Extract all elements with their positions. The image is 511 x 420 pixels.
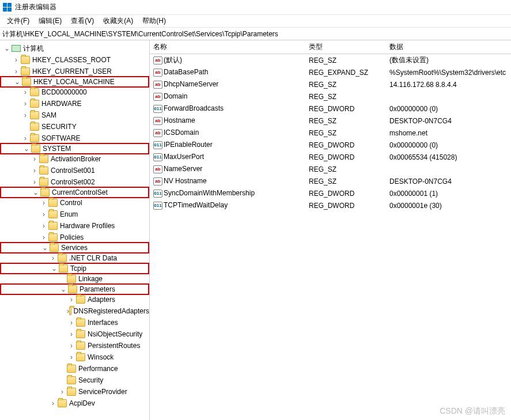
chevron-right-icon[interactable]: › bbox=[21, 100, 30, 108]
chevron-right-icon[interactable]: › bbox=[58, 388, 67, 396]
value-row[interactable]: 011SyncDomainWithMembershipREG_DWORD0x00… bbox=[150, 187, 511, 199]
tree-hkcr[interactable]: ›HKEY_CLASSES_ROOT bbox=[0, 54, 149, 66]
chevron-right-icon[interactable]: › bbox=[39, 199, 48, 207]
tree-label: Policies bbox=[60, 233, 84, 241]
chevron-right-icon[interactable]: › bbox=[67, 342, 76, 350]
tree-nsi[interactable]: ›NsiObjectSecurity bbox=[0, 328, 149, 340]
chevron-right-icon[interactable]: › bbox=[48, 254, 58, 262]
chevron-right-icon[interactable]: › bbox=[12, 56, 21, 64]
value-row[interactable]: abDataBasePathREG_EXPAND_SZ%SystemRoot%\… bbox=[150, 66, 511, 78]
value-row[interactable]: 011MaxUserPortREG_DWORD0x00065534 (41502… bbox=[150, 151, 511, 163]
tree-hwprofiles[interactable]: ›Hardware Profiles bbox=[0, 220, 149, 232]
tree-label: Winsock bbox=[88, 353, 113, 361]
tree-persistentroutes[interactable]: ›PersistentRoutes bbox=[0, 340, 149, 351]
chevron-right-icon[interactable]: › bbox=[48, 399, 58, 407]
tree-parameters[interactable]: ⌄Parameters bbox=[0, 283, 149, 295]
chevron-down-icon[interactable]: ⌄ bbox=[59, 285, 68, 293]
chevron-right-icon[interactable]: › bbox=[39, 222, 48, 230]
tree-activationbroker[interactable]: ›ActivationBroker bbox=[0, 153, 149, 165]
col-type[interactable]: 类型 bbox=[305, 42, 386, 52]
chevron-right-icon[interactable]: › bbox=[67, 330, 76, 338]
menu-edit[interactable]: 编辑(E) bbox=[34, 16, 66, 26]
tree-enum[interactable]: ›Enum bbox=[0, 209, 149, 220]
tree-dnsreg[interactable]: ›DNSRegisteredAdapters bbox=[0, 305, 149, 317]
tree-ccs[interactable]: ⌄CurrentControlSet bbox=[0, 187, 149, 198]
tree-tcpip[interactable]: ⌄Tcpip bbox=[0, 263, 149, 274]
tree-sam[interactable]: ›SAM bbox=[0, 109, 149, 121]
chevron-right-icon[interactable]: › bbox=[67, 319, 76, 327]
tree-adapters[interactable]: ›Adapters bbox=[0, 294, 149, 305]
chevron-down-icon[interactable]: ⌄ bbox=[31, 188, 40, 196]
chevron-right-icon[interactable]: › bbox=[39, 233, 48, 241]
binary-value-icon: 011 bbox=[153, 105, 162, 113]
address-bar[interactable]: 计算机\HKEY_LOCAL_MACHINE\SYSTEM\CurrentCon… bbox=[0, 28, 511, 40]
chevron-right-icon[interactable]: › bbox=[12, 67, 21, 75]
value-row[interactable]: abNameServerREG_SZ bbox=[150, 163, 511, 175]
tree-performance[interactable]: Performance bbox=[0, 363, 149, 374]
chevron-down-icon[interactable]: ⌄ bbox=[2, 44, 12, 52]
value-type: REG_EXPAND_SZ bbox=[305, 69, 386, 77]
menu-help[interactable]: 帮助(H) bbox=[138, 16, 171, 26]
value-name: (默认) bbox=[164, 56, 182, 64]
tree-hardware[interactable]: ›HARDWARE bbox=[0, 98, 149, 109]
value-type: REG_SZ bbox=[305, 129, 386, 137]
value-row[interactable]: abHostnameREG_SZDESKTOP-0N7CG4 bbox=[150, 115, 511, 127]
tree-acpidev[interactable]: ›AcpiDev bbox=[0, 398, 149, 409]
chevron-down-icon[interactable]: ⌄ bbox=[22, 145, 31, 153]
chevron-down-icon[interactable]: ⌄ bbox=[50, 264, 59, 273]
value-row[interactable]: abICSDomainREG_SZmshome.net bbox=[150, 127, 511, 139]
value-row[interactable]: 011ForwardBroadcastsREG_DWORD0x00000000 … bbox=[150, 103, 511, 115]
folder-icon bbox=[39, 167, 48, 175]
tree-cs001[interactable]: ›ControlSet001 bbox=[0, 165, 149, 176]
col-name[interactable]: 名称 bbox=[150, 42, 305, 52]
folder-icon bbox=[67, 388, 76, 396]
menu-favorites[interactable]: 收藏夹(A) bbox=[99, 16, 138, 26]
menu-file[interactable]: 文件(F) bbox=[2, 16, 34, 26]
folder-icon bbox=[40, 188, 50, 196]
chevron-right-icon[interactable]: › bbox=[30, 167, 39, 175]
tree-policies[interactable]: ›Policies bbox=[0, 232, 149, 243]
tree-serviceprovider[interactable]: ›ServiceProvider bbox=[0, 386, 149, 398]
value-row[interactable]: abNV HostnameREG_SZDESKTOP-0N7CG4 bbox=[150, 175, 511, 187]
tree-cs002[interactable]: ›ControlSet002 bbox=[0, 176, 149, 188]
chevron-right-icon[interactable]: › bbox=[21, 111, 30, 119]
tree-security-k[interactable]: Security bbox=[0, 374, 149, 386]
tree-services[interactable]: ⌄Services bbox=[0, 242, 149, 253]
tree-hkcu[interactable]: ›HKEY_CURRENT_USER bbox=[0, 66, 149, 77]
string-value-icon: ab bbox=[153, 81, 162, 89]
tree-interfaces[interactable]: ›Interfaces bbox=[0, 317, 149, 328]
folder-icon bbox=[21, 67, 30, 75]
tree-root[interactable]: ⌄ 计算机 bbox=[0, 43, 149, 54]
chevron-down-icon[interactable]: ⌄ bbox=[40, 244, 50, 252]
value-row[interactable]: ab(默认)REG_SZ(数值未设置) bbox=[150, 54, 511, 66]
tree-bcd[interactable]: ›BCD00000000 bbox=[0, 86, 149, 98]
tree-hklm[interactable]: ⌄HKEY_LOCAL_MACHINE bbox=[0, 76, 149, 88]
folder-icon bbox=[39, 155, 48, 163]
value-row[interactable]: abDhcpNameServerREG_SZ14.116.172.68 8.8.… bbox=[150, 78, 511, 90]
menubar: 文件(F) 编辑(E) 查看(V) 收藏夹(A) 帮助(H) bbox=[0, 15, 511, 28]
chevron-right-icon[interactable]: › bbox=[21, 88, 30, 96]
chevron-right-icon[interactable]: › bbox=[39, 210, 48, 218]
chevron-right-icon[interactable]: › bbox=[67, 353, 76, 361]
value-name: DataBasePath bbox=[164, 68, 208, 76]
tree-control[interactable]: ›Control bbox=[0, 197, 149, 209]
value-row[interactable]: 011TCPTimedWaitDelayREG_DWORD0x0000001e … bbox=[150, 199, 511, 211]
value-data: 0x00000000 (0) bbox=[386, 141, 511, 149]
tree-netclr[interactable]: ›.NET CLR Data bbox=[0, 252, 149, 264]
col-data[interactable]: 数据 bbox=[386, 42, 511, 52]
value-row[interactable]: abDomainREG_SZ bbox=[150, 90, 511, 103]
tree-security[interactable]: SECURITY bbox=[0, 121, 149, 133]
chevron-right-icon[interactable]: › bbox=[21, 134, 30, 142]
chevron-down-icon[interactable]: ⌄ bbox=[13, 78, 22, 86]
value-data: DESKTOP-0N7CG4 bbox=[386, 177, 511, 186]
tree-label: HKEY_CURRENT_USER bbox=[32, 67, 112, 75]
chevron-right-icon[interactable]: › bbox=[30, 178, 39, 186]
chevron-right-icon[interactable]: › bbox=[67, 296, 76, 304]
tree-system[interactable]: ⌄SYSTEM bbox=[0, 143, 149, 154]
chevron-right-icon[interactable]: › bbox=[30, 155, 39, 163]
tree-software[interactable]: ›SOFTWARE bbox=[0, 133, 149, 144]
tree-winsock[interactable]: ›Winsock bbox=[0, 351, 149, 363]
tree-linkage[interactable]: Linkage bbox=[0, 273, 149, 285]
menu-view[interactable]: 查看(V) bbox=[66, 16, 99, 26]
value-row[interactable]: 011IPEnableRouterREG_DWORD0x00000000 (0) bbox=[150, 139, 511, 151]
